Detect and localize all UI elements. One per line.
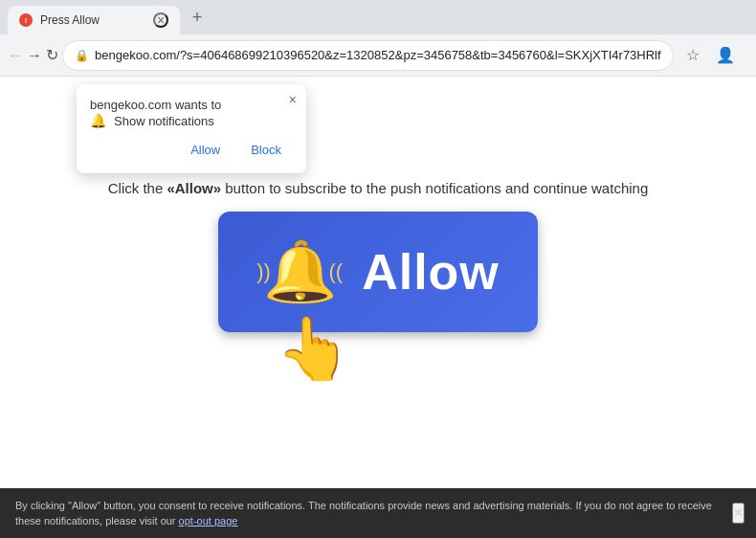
- new-tab-button[interactable]: +: [184, 4, 211, 31]
- bookmark-button[interactable]: ☆: [678, 40, 708, 71]
- toolbar-right: ☆ 👤 ⋮: [678, 40, 756, 71]
- back-button[interactable]: ←: [8, 40, 23, 71]
- lock-icon: 🔒: [75, 49, 89, 62]
- popup-allow-button[interactable]: Allow: [179, 138, 232, 162]
- active-tab[interactable]: ! Press Allow ×: [8, 6, 180, 34]
- popup-close-button[interactable]: ×: [289, 92, 297, 107]
- bell-icon: 🔔: [263, 242, 337, 302]
- big-allow-button[interactable]: )) 🔔 (( Allow: [218, 212, 538, 332]
- popup-title: bengekoo.com wants to: [90, 98, 221, 112]
- bottom-bar: By clicking "Allow" button, you consent …: [0, 488, 756, 538]
- hand-cursor-icon: 👆: [276, 313, 352, 385]
- page-instruction: Click the «Allow» button to subscribe to…: [108, 180, 649, 196]
- bottom-bar-close-button[interactable]: ×: [732, 503, 745, 524]
- url-text: bengekoo.com/?s=406468699210396520&z=132…: [95, 48, 661, 62]
- tab-bar: ! Press Allow × +: [0, 0, 756, 34]
- notification-popup: bengekoo.com wants to × 🔔 Show notificat…: [77, 84, 306, 173]
- tab-title: Press Allow: [40, 13, 100, 27]
- bottom-bar-text: By clicking "Allow" button, you consent …: [15, 498, 727, 529]
- address-bar[interactable]: 🔒 bengekoo.com/?s=406468699210396520&z=1…: [62, 40, 674, 71]
- popup-block-button[interactable]: Block: [239, 138, 293, 162]
- page-inner: Click the «Allow» button to subscribe to…: [0, 180, 756, 385]
- wave-right-icon: ((: [329, 259, 344, 284]
- bell-area: )) 🔔 ((: [256, 229, 343, 315]
- forward-button[interactable]: →: [27, 40, 42, 71]
- wave-left-icon: )): [256, 259, 271, 284]
- popup-actions: Allow Block: [90, 138, 293, 162]
- page-content: RISKIQ bengekoo.com wants to × 🔔 Show no…: [0, 77, 756, 488]
- toolbar: ← → ↻ 🔒 bengekoo.com/?s=4064686992103965…: [0, 34, 756, 77]
- profile-button[interactable]: 👤: [710, 40, 741, 71]
- opt-out-link[interactable]: opt-out page: [179, 515, 238, 527]
- menu-button[interactable]: ⋮: [743, 40, 756, 71]
- tab-close-button[interactable]: ×: [153, 12, 168, 28]
- big-allow-label: Allow: [362, 243, 500, 301]
- popup-bell-icon: 🔔: [90, 113, 106, 128]
- tab-favicon: !: [19, 13, 33, 27]
- popup-notification-text: Show notifications: [114, 114, 214, 128]
- popup-notification-row: 🔔 Show notifications: [90, 113, 293, 128]
- refresh-button[interactable]: ↻: [46, 40, 58, 71]
